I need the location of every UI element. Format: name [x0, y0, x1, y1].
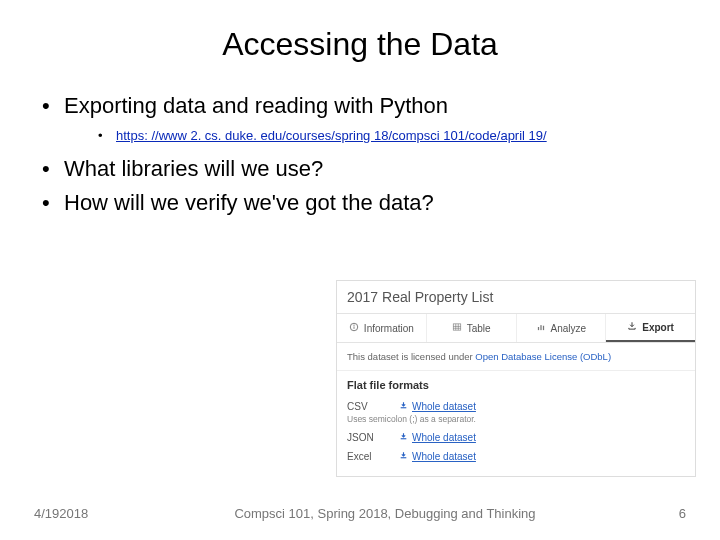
- format-row-excel: Excel Whole dataset: [347, 447, 685, 466]
- tab-analyze[interactable]: Analyze: [517, 314, 607, 342]
- table-icon: [452, 322, 462, 334]
- bullet-text: How will we verify we've got the data?: [64, 190, 434, 215]
- download-label: Whole dataset: [412, 451, 476, 462]
- bullet-text: Exporting data and reading with Python: [64, 93, 448, 118]
- export-icon: [627, 321, 637, 333]
- svg-rect-8: [537, 327, 538, 330]
- download-label: Whole dataset: [412, 432, 476, 443]
- format-row-json: JSON Whole dataset: [347, 428, 685, 447]
- bullet-item: How will we verify we've got the data?: [42, 188, 690, 218]
- tab-label: Table: [467, 323, 491, 334]
- svg-rect-2: [353, 326, 354, 329]
- tab-label: Analyze: [551, 323, 587, 334]
- footer-page-number: 6: [646, 506, 686, 521]
- tab-label: Information: [364, 323, 414, 334]
- dataset-title: 2017 Real Property List: [337, 281, 695, 313]
- slide-footer: 4/192018 Compsci 101, Spring 2018, Debug…: [0, 506, 720, 522]
- slide: Accessing the Data Exporting data and re…: [0, 0, 720, 540]
- format-name: JSON: [347, 432, 383, 443]
- tab-bar: Information Table Analyze Export: [337, 313, 695, 343]
- download-icon: [399, 432, 408, 443]
- footer-course: Compsci 101, Spring 2018, Debugging and …: [124, 506, 646, 522]
- download-csv-link[interactable]: Whole dataset: [399, 401, 476, 412]
- format-name: Excel: [347, 451, 383, 462]
- svg-rect-10: [542, 326, 543, 330]
- tab-export[interactable]: Export: [606, 314, 695, 342]
- sub-bullet-item: https: //www 2. cs. duke. edu/courses/sp…: [98, 127, 690, 145]
- bullet-list: Exporting data and reading with Python h…: [30, 91, 690, 218]
- sub-bullet-list: https: //www 2. cs. duke. edu/courses/sp…: [64, 127, 690, 145]
- download-icon: [399, 401, 408, 412]
- license-link[interactable]: Open Database License (ODbL): [475, 351, 611, 362]
- bullet-text: What libraries will we use?: [64, 156, 323, 181]
- tab-information[interactable]: Information: [337, 314, 427, 342]
- analyze-icon: [536, 322, 546, 334]
- formats-list: CSV Whole dataset Uses semicolon (;) as …: [337, 397, 695, 476]
- download-excel-link[interactable]: Whole dataset: [399, 451, 476, 462]
- download-icon: [399, 451, 408, 462]
- download-json-link[interactable]: Whole dataset: [399, 432, 476, 443]
- svg-rect-3: [453, 324, 461, 330]
- slide-title: Accessing the Data: [30, 26, 690, 63]
- format-name: CSV: [347, 401, 383, 412]
- tab-table[interactable]: Table: [427, 314, 517, 342]
- svg-rect-9: [540, 325, 541, 330]
- code-url-link[interactable]: https: //www 2. cs. duke. edu/courses/sp…: [116, 128, 547, 143]
- csv-note: Uses semicolon (;) as a separator.: [347, 414, 685, 424]
- dataset-panel: 2017 Real Property List Information Tabl…: [336, 280, 696, 477]
- tab-label: Export: [642, 322, 674, 333]
- license-prefix: This dataset is licensed under: [347, 351, 475, 362]
- bullet-item: What libraries will we use?: [42, 154, 690, 184]
- footer-date: 4/192018: [34, 506, 124, 521]
- download-label: Whole dataset: [412, 401, 476, 412]
- bullet-item: Exporting data and reading with Python h…: [42, 91, 690, 144]
- license-line: This dataset is licensed under Open Data…: [337, 343, 695, 371]
- info-icon: [349, 322, 359, 334]
- flat-file-header: Flat file formats: [337, 371, 695, 397]
- svg-point-1: [353, 325, 354, 326]
